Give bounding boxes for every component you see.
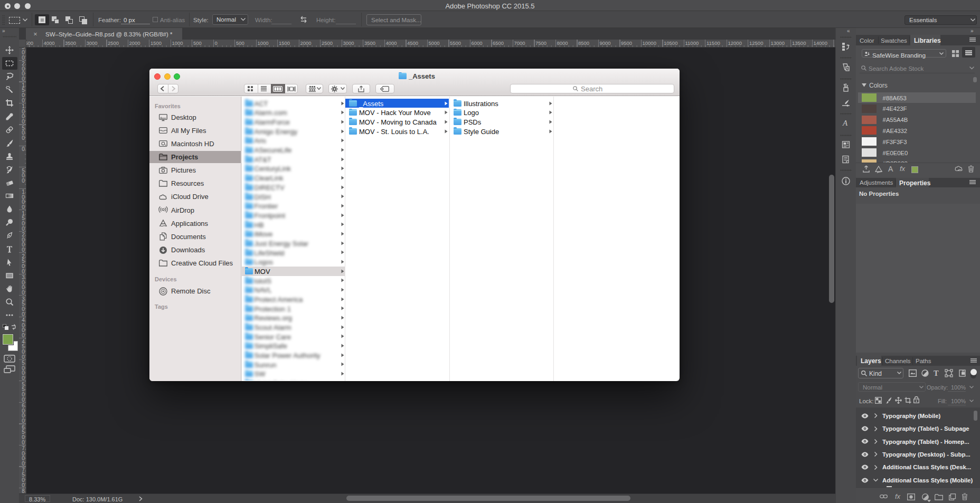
svg-text:T: T [934, 369, 939, 377]
svg-text:A: A [842, 119, 848, 127]
